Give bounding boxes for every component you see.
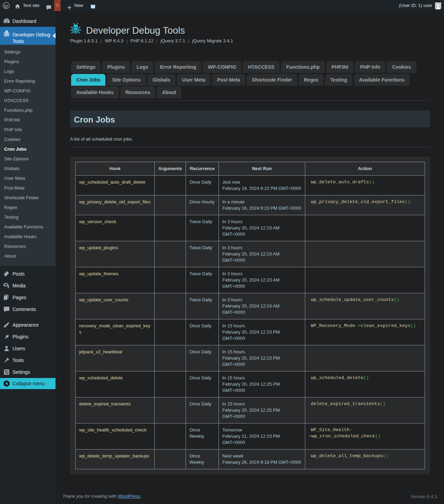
svg-text:W: W (73, 27, 79, 34)
svg-text:W: W (5, 33, 8, 36)
